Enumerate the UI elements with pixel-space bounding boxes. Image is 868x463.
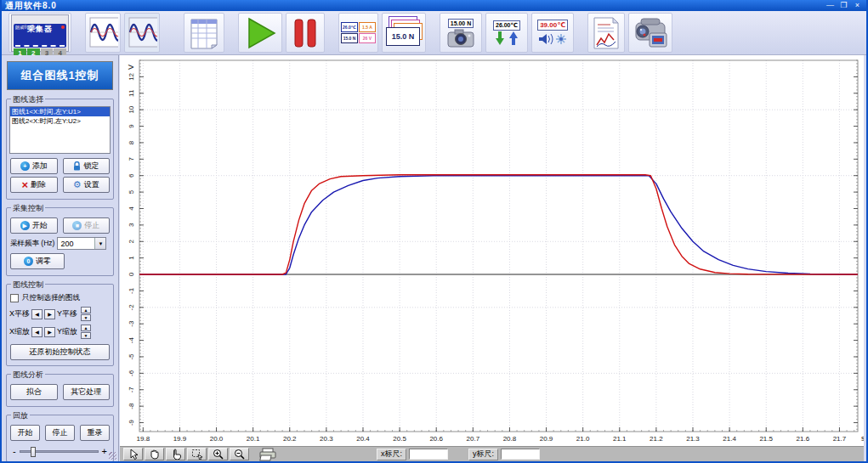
pan-tool-button[interactable]: [145, 448, 164, 460]
select-point-tool-button[interactable]: [166, 448, 185, 460]
svg-text:10: 10: [863, 106, 864, 114]
x-zoom-out-button[interactable]: ◀: [31, 327, 43, 337]
list-item-line2[interactable]: 图线2<X:时间,左Y:U2>: [10, 116, 110, 126]
only-selected-label: 只控制选择的图线: [22, 293, 80, 303]
close-button[interactable]: ×: [852, 2, 863, 10]
svg-text:21.2: 21.2: [650, 435, 663, 443]
y-pan-label: Y平移: [57, 308, 77, 319]
y-pan-up-button[interactable]: ▲: [81, 307, 91, 313]
svg-text:-9: -9: [128, 419, 135, 426]
stop-circle-icon: ■: [72, 221, 82, 230]
y-zoom-down-button[interactable]: ▼: [81, 332, 91, 339]
hand-icon: [149, 449, 160, 460]
x-pan-right-button[interactable]: ▶: [44, 309, 55, 319]
add-line-button[interactable]: + 添加: [10, 158, 58, 174]
zoom-out-tool-button[interactable]: [230, 448, 249, 460]
report-button[interactable]: [587, 13, 625, 53]
svg-text:19.9: 19.9: [173, 435, 187, 443]
acquisition-group: 采集控制 ▶ 开始 ■ 停止 采样频率 (Hz) 200 ▼ 0 调零: [6, 207, 114, 276]
waveform2-icon: [127, 15, 157, 51]
table-window-button[interactable]: [184, 13, 224, 53]
snapshot-button[interactable]: 15.00 N: [440, 13, 482, 53]
svg-text:21.6: 21.6: [797, 435, 810, 443]
y-ruler-input[interactable]: [501, 449, 540, 460]
slider-minus-label: -: [13, 446, 16, 456]
playback-stop-button[interactable]: 停止: [45, 425, 75, 441]
graph-window-button[interactable]: [85, 13, 121, 53]
minimize-button[interactable]: —: [825, 2, 836, 10]
y-zoom-spinner[interactable]: ▲ ▼: [81, 325, 91, 339]
print-button[interactable]: [256, 448, 281, 460]
acquire-start-button[interactable]: ▶ 开始: [10, 217, 58, 234]
only-selected-checkbox[interactable]: [10, 294, 19, 302]
svg-text:-5: -5: [128, 353, 135, 360]
y-pan-spinner[interactable]: ▲ ▼: [81, 307, 91, 321]
combined-graph[interactable]: 19.819.920.020.120.220.320.420.520.620.7…: [120, 55, 864, 446]
playback-label: 回放: [11, 410, 30, 421]
zero-adjust-button[interactable]: 0 调零: [10, 253, 65, 269]
reset-control-button[interactable]: 还原初始控制状态: [10, 344, 110, 360]
svg-text:-6: -6: [863, 370, 864, 377]
panel-title: 组合图线1控制: [7, 61, 113, 90]
marquee-zoom-tool-button[interactable]: [187, 448, 207, 460]
cursor-tool-button[interactable]: [123, 448, 143, 460]
svg-text:4: 4: [128, 206, 135, 211]
svg-text:20.2: 20.2: [283, 435, 297, 443]
playback-slider[interactable]: [20, 450, 99, 453]
environment-control-button[interactable]: 39.00℃: [531, 13, 574, 53]
meter-display-button[interactable]: 26.0℃ 1.5 A 15.0 N 26 V: [338, 13, 378, 53]
playback-rerecord-button[interactable]: 重录: [80, 425, 110, 441]
svg-text:21.0: 21.0: [576, 435, 590, 443]
list-item-line1[interactable]: 图线1<X:时间,左Y:U1>: [10, 107, 110, 116]
svg-text:-1: -1: [863, 288, 864, 295]
fit-button[interactable]: 拟合: [10, 384, 58, 400]
pause-acquisition-button[interactable]: [286, 13, 325, 53]
sample-rate-select[interactable]: 200 ▼: [57, 237, 106, 250]
playback-start-button[interactable]: 开始: [10, 425, 40, 441]
resize-grip[interactable]: [109, 452, 116, 460]
stacked-cards-icon: 15.0 N: [384, 16, 423, 50]
x-zoom-in-button[interactable]: ▶: [44, 327, 55, 337]
svg-text:1: 1: [128, 256, 135, 260]
y-zoom-up-button[interactable]: ▲: [81, 325, 91, 331]
y-pan-down-button[interactable]: ▼: [81, 314, 91, 321]
start-acquisition-button[interactable]: [238, 13, 282, 53]
x-ruler-input[interactable]: [409, 449, 448, 460]
line-listbox[interactable]: 图线1<X:时间,左Y:U1> 图线2<X:时间,左Y:U2>: [9, 106, 111, 154]
svg-text:21.5: 21.5: [759, 435, 773, 443]
big-display-button[interactable]: 15.0 N: [382, 13, 426, 53]
analysis-group: 图线分析 拟合 其它处理: [6, 374, 114, 407]
lock-button[interactable]: 锁定: [63, 158, 111, 174]
settings-button[interactable]: ⚙ 设置: [63, 177, 111, 193]
slider-thumb[interactable]: [31, 447, 36, 457]
svg-text:20.4: 20.4: [356, 435, 370, 443]
y-ruler-label: y标尺:: [468, 449, 498, 460]
acquire-stop-button[interactable]: ■ 停止: [63, 217, 111, 234]
collector-led: [61, 25, 65, 29]
other-processing-button[interactable]: 其它处理: [63, 384, 111, 400]
slider-plus-label: +: [102, 446, 107, 456]
chart-area[interactable]: 19.819.920.020.120.220.320.420.520.620.7…: [120, 55, 864, 446]
svg-text:V: V: [127, 65, 135, 70]
lock-icon: [73, 161, 81, 171]
maximize-button[interactable]: ❐: [838, 2, 849, 10]
svg-text:19.8: 19.8: [137, 435, 150, 443]
svg-text:s: s: [861, 434, 864, 443]
svg-text:-1: -1: [128, 287, 135, 294]
table-icon: [186, 15, 222, 51]
video-camera-icon: [631, 14, 670, 52]
chevron-down-icon[interactable]: ▼: [94, 238, 105, 249]
camera-reading: 15.00 N: [448, 19, 474, 28]
svg-text:9: 9: [863, 124, 864, 128]
svg-text:5: 5: [128, 189, 135, 194]
video-record-button[interactable]: [628, 13, 672, 53]
delete-line-button[interactable]: × 删除: [10, 177, 58, 193]
svg-text:20.7: 20.7: [467, 435, 480, 443]
x-pan-left-button[interactable]: ◀: [31, 309, 43, 319]
import-export-button[interactable]: 26.00℃: [485, 13, 528, 53]
svg-text:6: 6: [863, 173, 864, 178]
graph-window2-button[interactable]: [124, 13, 160, 53]
collector-device-button[interactable]: 朗威®DISLab 采集器 1 2 3 4: [9, 13, 71, 53]
zoom-in-tool-button[interactable]: [208, 448, 228, 460]
svg-text:9: 9: [128, 124, 135, 128]
